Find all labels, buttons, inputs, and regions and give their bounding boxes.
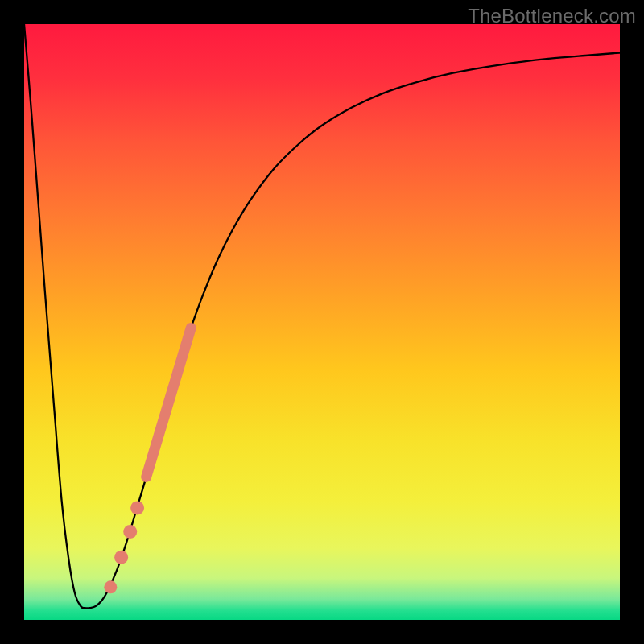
chart-frame: TheBottleneck.com bbox=[0, 0, 644, 644]
dot-4 bbox=[130, 501, 144, 514]
plot-area bbox=[24, 24, 620, 620]
dot-3 bbox=[123, 525, 137, 539]
gradient-background bbox=[24, 24, 620, 620]
dot-1 bbox=[104, 580, 117, 593]
watermark-text: TheBottleneck.com bbox=[468, 5, 636, 27]
dot-2 bbox=[114, 551, 128, 564]
chart-svg bbox=[24, 24, 620, 620]
